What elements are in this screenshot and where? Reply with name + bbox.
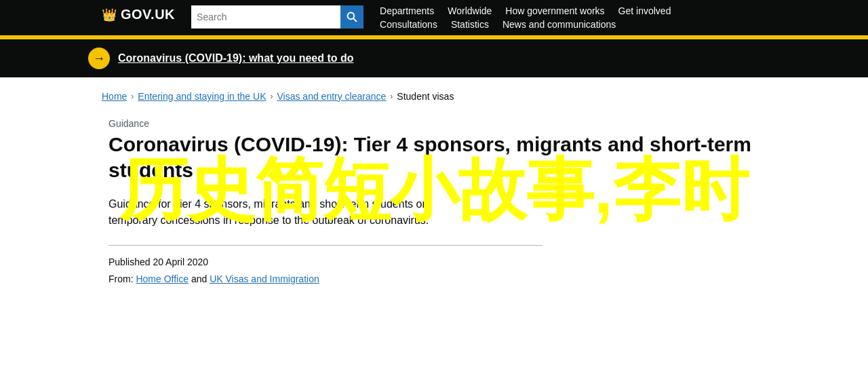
nav-row-2: Consultations Statistics News and commun… xyxy=(380,19,766,30)
main-content: Home › Entering and staying in the UK › … xyxy=(88,77,780,315)
from-uk-visas[interactable]: UK Visas and Immigration xyxy=(210,273,319,284)
page-description: Guidance for Tier 4 sponsors, migrants a… xyxy=(108,196,461,229)
from-home-office[interactable]: Home Office xyxy=(136,273,189,284)
breadcrumb-sep-2: › xyxy=(270,92,273,101)
nav-statistics[interactable]: Statistics xyxy=(451,19,489,30)
published-info: Published 20 April 2020 xyxy=(108,254,766,271)
logo-text: GOV.UK xyxy=(121,7,175,22)
breadcrumb-home[interactable]: Home xyxy=(102,91,127,102)
nav-how-government-works[interactable]: How government works xyxy=(505,5,604,16)
gov-uk-logo[interactable]: 👑 GOV.UK xyxy=(102,7,175,22)
crown-icon: 👑 xyxy=(102,7,117,22)
main-nav: Departments Worldwide How government wor… xyxy=(380,5,766,30)
published-date: 20 April 2020 xyxy=(153,257,208,267)
from-info: From: Home Office and UK Visas and Immig… xyxy=(108,271,766,288)
page-title: Coronavirus (COVID-19): Tier 4 sponsors,… xyxy=(108,132,766,183)
breadcrumb-visas[interactable]: Visas and entry clearance xyxy=(277,91,386,102)
breadcrumb: Home › Entering and staying in the UK › … xyxy=(102,91,766,102)
nav-departments[interactable]: Departments xyxy=(380,5,434,16)
meta-info: Published 20 April 2020 From: Home Offic… xyxy=(108,254,766,288)
guidance-section: Guidance Coronavirus (COVID-19): Tier 4 … xyxy=(102,118,766,288)
nav-row-1: Departments Worldwide How government wor… xyxy=(380,5,766,16)
search-area xyxy=(191,5,363,29)
nav-get-involved[interactable]: Get involved xyxy=(618,5,671,16)
breadcrumb-sep-1: › xyxy=(131,92,134,101)
from-label: From: xyxy=(108,273,134,284)
svg-line-1 xyxy=(353,18,356,21)
search-button[interactable] xyxy=(340,5,363,29)
top-navigation-bar: 👑 GOV.UK Departments Worldwide How gover… xyxy=(0,0,868,35)
covid-banner: → Coronavirus (COVID-19): what you need … xyxy=(0,39,868,77)
search-icon xyxy=(347,12,357,22)
search-input[interactable] xyxy=(191,5,340,29)
published-label: Published xyxy=(108,257,151,267)
breadcrumb-sep-3: › xyxy=(390,92,393,101)
from-separator: and xyxy=(191,273,210,284)
nav-consultations[interactable]: Consultations xyxy=(380,19,437,30)
covid-arrow-icon: → xyxy=(88,48,110,69)
breadcrumb-entering-staying[interactable]: Entering and staying in the UK xyxy=(138,91,266,102)
breadcrumb-current: Student visas xyxy=(397,91,454,102)
nav-news-communications[interactable]: News and communications xyxy=(502,19,616,30)
covid-banner-link[interactable]: Coronavirus (COVID-19): what you need to… xyxy=(118,52,354,64)
guidance-type-label: Guidance xyxy=(108,118,766,129)
nav-worldwide[interactable]: Worldwide xyxy=(448,5,492,16)
section-divider xyxy=(108,245,542,246)
